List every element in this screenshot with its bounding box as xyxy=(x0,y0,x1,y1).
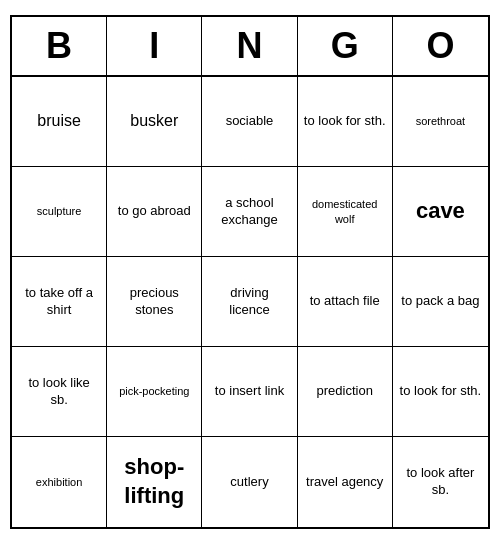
bingo-cell: cutlery xyxy=(202,437,297,527)
bingo-cell: domesticated wolf xyxy=(298,167,393,257)
bingo-cell: to look after sb. xyxy=(393,437,488,527)
bingo-card: BINGO bruisebuskersociableto look for st… xyxy=(10,15,490,529)
bingo-grid: bruisebuskersociableto look for sth.sore… xyxy=(12,77,488,527)
header-letter: I xyxy=(107,17,202,75)
bingo-cell: to insert link xyxy=(202,347,297,437)
bingo-cell: to look for sth. xyxy=(298,77,393,167)
bingo-cell: sociable xyxy=(202,77,297,167)
bingo-cell: cave xyxy=(393,167,488,257)
bingo-cell: sculpture xyxy=(12,167,107,257)
bingo-cell: shop-lifting xyxy=(107,437,202,527)
header-letter: G xyxy=(298,17,393,75)
bingo-cell: to look for sth. xyxy=(393,347,488,437)
bingo-cell: busker xyxy=(107,77,202,167)
bingo-cell: precious stones xyxy=(107,257,202,347)
bingo-cell: driving licence xyxy=(202,257,297,347)
bingo-cell: travel agency xyxy=(298,437,393,527)
bingo-cell: to take off a shirt xyxy=(12,257,107,347)
bingo-cell: sorethroat xyxy=(393,77,488,167)
header-letter: O xyxy=(393,17,488,75)
header-letter: B xyxy=(12,17,107,75)
bingo-cell: to look like sb. xyxy=(12,347,107,437)
bingo-cell: a school exchange xyxy=(202,167,297,257)
bingo-cell: pick-pocketing xyxy=(107,347,202,437)
bingo-cell: to pack a bag xyxy=(393,257,488,347)
header-letter: N xyxy=(202,17,297,75)
bingo-header: BINGO xyxy=(12,17,488,77)
bingo-cell: prediction xyxy=(298,347,393,437)
bingo-cell: to go abroad xyxy=(107,167,202,257)
bingo-cell: to attach file xyxy=(298,257,393,347)
bingo-cell: exhibition xyxy=(12,437,107,527)
bingo-cell: bruise xyxy=(12,77,107,167)
